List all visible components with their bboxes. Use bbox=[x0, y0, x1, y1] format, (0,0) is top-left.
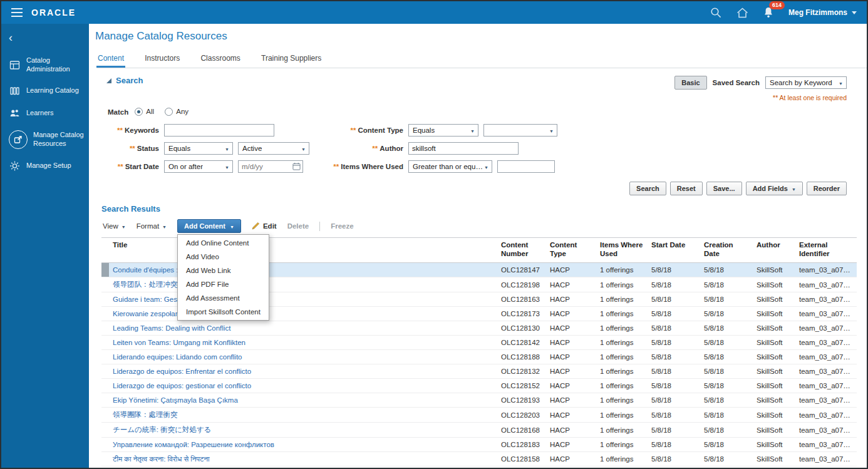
title-link[interactable]: Liderando equipes: Lidando com conflito bbox=[113, 353, 242, 361]
reorder-button[interactable]: Reorder bbox=[807, 182, 847, 195]
column-header-external-identifier[interactable]: External Identifier bbox=[795, 238, 857, 263]
reset-button[interactable]: Reset bbox=[670, 182, 703, 195]
row-select-gutter[interactable] bbox=[101, 277, 109, 292]
items-where-used-operator-select[interactable]: Greater than or equal to bbox=[408, 160, 492, 173]
row-select-gutter[interactable] bbox=[101, 263, 109, 277]
row-select-gutter[interactable] bbox=[101, 438, 109, 452]
tab-instructors[interactable]: Instructors bbox=[143, 51, 181, 68]
table-row[interactable]: Leiten von Teams: Umgang mit Konflikten … bbox=[101, 336, 857, 350]
title-link[interactable]: टीम का नेतृत्व करना: विरोध से निपटना bbox=[113, 455, 210, 463]
table-row[interactable]: Ekip Yönetimi: Çatışmayla Başa Çıkma OLC… bbox=[101, 393, 857, 408]
table-row[interactable]: チームの統率: 衝突に対処する OLC128168 HACP 1 offerin… bbox=[101, 423, 857, 438]
hamburger-menu-icon[interactable] bbox=[11, 8, 23, 17]
calendar-icon[interactable] bbox=[292, 162, 301, 172]
status-value-select[interactable]: Active bbox=[238, 142, 309, 155]
title-link[interactable]: Kierowanie zespołami: bbox=[113, 310, 185, 317]
row-select-gutter[interactable] bbox=[101, 393, 109, 408]
add-fields-button[interactable]: Add Fields bbox=[746, 182, 803, 195]
search-icon[interactable] bbox=[710, 7, 721, 18]
search-collapse-toggle[interactable]: Search bbox=[106, 76, 143, 85]
table-row[interactable]: 領導團隊：處理衝突 OLC128203 HACP 1 offerings 5/8… bbox=[101, 408, 857, 423]
basic-toggle-button[interactable]: Basic bbox=[674, 76, 706, 90]
sidebar-collapse-chevron[interactable] bbox=[1, 30, 89, 51]
menu-item-add-online-content[interactable]: Add Online Content bbox=[178, 236, 269, 250]
notifications-bell-icon[interactable]: 614 bbox=[763, 7, 773, 18]
table-row[interactable]: Succession Planning OLC125221 HACP 1 off… bbox=[101, 466, 857, 468]
title-link[interactable]: Ekip Yönetimi: Çatışmayla Başa Çıkma bbox=[113, 396, 238, 404]
edit-button[interactable]: Edit bbox=[252, 222, 277, 231]
save-button[interactable]: Save... bbox=[706, 182, 742, 195]
column-header-author[interactable]: Author bbox=[753, 238, 795, 263]
row-select-gutter[interactable] bbox=[101, 336, 109, 350]
column-header-content-type[interactable]: Content Type bbox=[546, 238, 596, 263]
table-row[interactable]: टीम का नेतृत्व करना: विरोध से निपटना OLC… bbox=[101, 452, 857, 466]
status-operator-select[interactable]: Equals bbox=[164, 142, 233, 155]
row-select-gutter[interactable] bbox=[101, 379, 109, 393]
table-row[interactable]: Liderazgo de equipos: gestionar el confl… bbox=[101, 379, 857, 393]
menu-item-add-assessment[interactable]: Add Assessment bbox=[178, 291, 269, 305]
title-link[interactable]: Управление командой: Разрешение конфликт… bbox=[113, 441, 274, 448]
sidebar-item-learners[interactable]: Learners bbox=[1, 102, 89, 125]
items-where-used-input[interactable] bbox=[497, 160, 555, 173]
title-link[interactable]: Liderazgo de equipos: gestionar el confl… bbox=[113, 382, 251, 389]
home-icon[interactable] bbox=[736, 8, 748, 18]
tab-classrooms[interactable]: Classrooms bbox=[199, 51, 241, 68]
table-row[interactable]: Leading Teams: Dealing with Conflict OLC… bbox=[101, 321, 857, 336]
title-link[interactable]: Conduite d'équipes : G bbox=[113, 266, 186, 274]
author-input[interactable] bbox=[408, 142, 519, 155]
table-row[interactable]: Liderazgo de equipos: Enfrentar el confl… bbox=[101, 364, 857, 379]
title-link[interactable]: Leiten von Teams: Umgang mit Konflikten bbox=[113, 339, 245, 346]
row-select-gutter[interactable] bbox=[101, 452, 109, 466]
add-content-button[interactable]: Add Content bbox=[177, 219, 241, 233]
table-row[interactable]: Управление командой: Разрешение конфликт… bbox=[101, 438, 857, 452]
user-menu[interactable]: Meg Fitzimmons bbox=[788, 8, 857, 17]
items-where-used-cell: 1 offerings bbox=[596, 408, 648, 423]
keywords-input[interactable] bbox=[164, 124, 274, 137]
start-date-cell: 5/8/18 bbox=[648, 452, 700, 466]
column-header-creation-date[interactable]: Creation Date bbox=[700, 238, 753, 263]
external-identifier-cell: team_03_a07_b... bbox=[795, 379, 857, 393]
menu-item-add-web-link[interactable]: Add Web Link bbox=[178, 264, 269, 277]
title-link[interactable]: 领导团队：处理冲突 bbox=[113, 281, 178, 288]
menu-item-add-pdf-file[interactable]: Add PDF File bbox=[178, 277, 269, 291]
tab-training-suppliers[interactable]: Training Suppliers bbox=[260, 51, 323, 68]
row-select-gutter[interactable] bbox=[101, 292, 109, 307]
search-button[interactable]: Search bbox=[629, 182, 666, 195]
column-header-title[interactable]: Title bbox=[109, 238, 497, 263]
content-type-operator-select[interactable]: Equals bbox=[408, 124, 478, 137]
row-select-gutter[interactable] bbox=[101, 321, 109, 336]
row-select-gutter[interactable] bbox=[101, 350, 109, 364]
sidebar-item-manage-catalog-resources[interactable]: Manage Catalog Resources bbox=[1, 125, 89, 155]
match-any-label: Any bbox=[176, 108, 189, 115]
row-select-gutter[interactable] bbox=[101, 466, 109, 468]
format-menu-button[interactable]: Format bbox=[137, 222, 167, 230]
sidebar-item-manage-setup[interactable]: Manage Setup bbox=[1, 155, 89, 177]
match-all-radio[interactable] bbox=[135, 108, 143, 116]
row-select-gutter[interactable] bbox=[101, 423, 109, 438]
sidebar-item-catalog-administration[interactable]: Catalog Administration bbox=[1, 51, 89, 80]
title-link[interactable]: Leading Teams: Dealing with Conflict bbox=[113, 324, 230, 332]
column-header-content-number[interactable]: Content Number bbox=[497, 238, 546, 263]
column-header-items-where-used[interactable]: Items Where Used bbox=[596, 238, 648, 263]
menu-item-import-skillsoft-content[interactable]: Import Skillsoft Content bbox=[178, 305, 269, 319]
row-select-gutter[interactable] bbox=[101, 364, 109, 379]
menu-item-add-video[interactable]: Add Video bbox=[178, 250, 269, 264]
table-row[interactable]: Liderando equipes: Lidando com conflito … bbox=[101, 350, 857, 364]
title-link[interactable]: チームの統率: 衝突に対処する bbox=[113, 426, 212, 433]
pencil-icon bbox=[252, 222, 260, 231]
row-select-gutter[interactable] bbox=[101, 307, 109, 321]
content-number-cell: OLC128203 bbox=[497, 408, 546, 423]
match-any-radio[interactable] bbox=[165, 108, 173, 116]
row-select-gutter[interactable] bbox=[101, 408, 109, 423]
view-menu-button[interactable]: View bbox=[103, 222, 126, 230]
saved-search-select[interactable]: Search by Keyword bbox=[765, 76, 847, 89]
tab-content[interactable]: Content bbox=[96, 51, 125, 68]
title-link[interactable]: Guidare i team: Gestire bbox=[113, 296, 187, 303]
sidebar-item-learning-catalog[interactable]: Learning Catalog bbox=[1, 80, 89, 102]
start-date-operator-select[interactable]: On or after bbox=[164, 160, 233, 173]
column-header-start-date[interactable]: Start Date bbox=[648, 238, 700, 263]
title-link[interactable]: Liderazgo de equipos: Enfrentar el confl… bbox=[113, 368, 251, 375]
content-type-value-select[interactable] bbox=[483, 124, 557, 137]
title-link[interactable]: 領導團隊：處理衝突 bbox=[113, 411, 178, 418]
content-number-cell: OLC128142 bbox=[497, 336, 546, 350]
